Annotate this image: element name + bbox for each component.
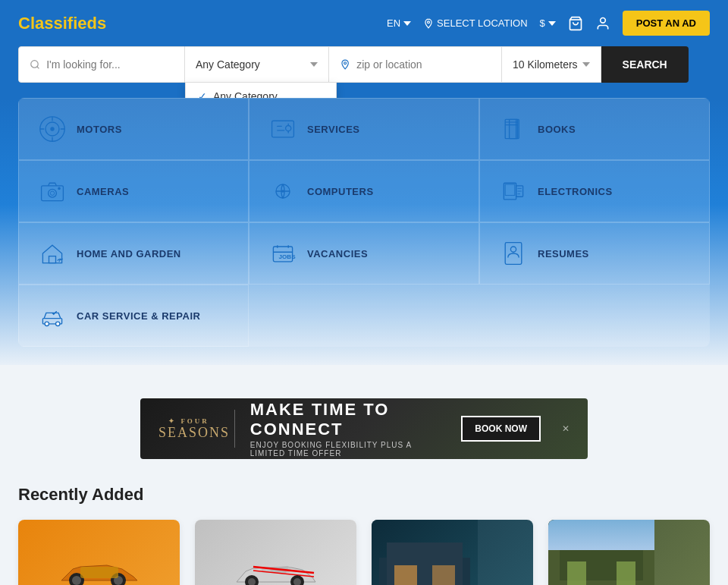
category-services[interactable]: SERVICES <box>249 98 479 160</box>
category-vacancies[interactable]: JOBS VACANCIES <box>249 222 479 285</box>
services-label: SERVICES <box>307 124 360 135</box>
svg-rect-52 <box>567 561 586 585</box>
svg-point-28 <box>45 322 49 326</box>
card-image-audi <box>18 520 180 585</box>
ad-close-button[interactable]: ✕ <box>562 423 570 434</box>
svg-point-18 <box>281 190 284 193</box>
resumes-label: RESUMES <box>538 248 589 259</box>
card-image-hanover: Flynax <box>372 520 533 585</box>
svg-point-26 <box>510 247 516 252</box>
listing-card-mustang[interactable]: Ford Mustang Shelby GT500 Convertible, 2… <box>195 520 356 585</box>
cameras-label: CAMERAS <box>77 186 129 197</box>
cards-grid: 2007 Audi A3 3.2 quattro Hatchback, 2007… <box>18 520 710 585</box>
cameras-icon <box>37 176 67 206</box>
category-select[interactable]: Any Category ✓Any Category Motors› Prope… <box>185 46 329 83</box>
card-image-mustang <box>195 520 356 585</box>
listing-card-duncan[interactable]: Flynax 2729 Duncan St 11 3 1 50 m <box>548 520 710 585</box>
category-cameras[interactable]: CAMERAS <box>18 160 249 222</box>
ad-subtext: ENJOY BOOKING FLEXIBILITY PLUS A LIMITED… <box>250 441 447 458</box>
svg-rect-44 <box>394 565 417 585</box>
svg-line-4 <box>37 67 39 69</box>
books-label: BOOKS <box>538 124 576 135</box>
vacancies-icon: JOBS <box>268 238 298 269</box>
motors-icon <box>37 114 67 144</box>
svg-point-16 <box>58 187 61 190</box>
category-computers[interactable]: COMPUTERS <box>249 160 479 222</box>
location-selector[interactable]: SELECT LOCATION <box>423 17 527 29</box>
svg-point-14 <box>49 189 57 197</box>
ad-banner: ✦ FOUR SEASONS MAKE TIME TO CONNECT ENJO… <box>140 398 588 459</box>
svg-point-15 <box>50 191 54 195</box>
recently-title: Recently Added <box>18 485 710 505</box>
home-label: HOME AND GARDEN <box>77 248 181 259</box>
cart-icon[interactable] <box>568 16 583 31</box>
search-input[interactable] <box>46 58 174 71</box>
km-selector[interactable]: 10 Kilometers <box>502 46 601 83</box>
logo[interactable]: Classifieds <box>18 14 106 33</box>
listing-card-hanover[interactable]: Flynax 1454 Hanover St 30 3 4 73 m <box>372 520 533 585</box>
computers-icon <box>268 176 298 206</box>
services-icon <box>268 114 298 144</box>
category-home[interactable]: HOME AND GARDEN <box>18 222 249 285</box>
electronics-icon <box>498 176 529 206</box>
svg-point-2 <box>600 17 605 23</box>
location-input[interactable] <box>356 58 491 71</box>
motors-label: MOTORS <box>77 124 122 135</box>
svg-rect-20 <box>505 184 515 195</box>
ad-book-button[interactable]: BOOK NOW <box>461 416 541 442</box>
electronics-label: ELECTRONICS <box>538 186 613 197</box>
post-ad-button[interactable]: POST AN AD <box>623 11 710 36</box>
svg-rect-12 <box>510 119 519 138</box>
svg-rect-53 <box>617 561 635 585</box>
svg-point-31 <box>72 576 81 585</box>
svg-rect-22 <box>49 256 56 263</box>
search-icon <box>30 58 40 71</box>
svg-text:JOBS: JOBS <box>279 253 297 260</box>
car-service-icon <box>37 300 67 331</box>
svg-point-10 <box>286 126 291 131</box>
currency-selector[interactable]: $ <box>540 17 556 29</box>
svg-rect-51 <box>548 520 654 550</box>
location-pin-icon <box>340 58 350 71</box>
svg-point-5 <box>344 62 347 64</box>
category-electronics[interactable]: ELECTRONICS <box>479 160 710 222</box>
books-icon <box>498 114 529 144</box>
language-selector[interactable]: EN <box>387 17 411 29</box>
home-icon <box>37 238 67 269</box>
ad-logo: ✦ FOUR SEASONS <box>158 417 219 441</box>
listing-card-audi[interactable]: 2007 Audi A3 3.2 quattro Hatchback, 2007… <box>18 520 180 585</box>
svg-rect-45 <box>432 565 455 585</box>
search-button[interactable]: SEARCH <box>601 46 689 83</box>
svg-point-29 <box>56 322 60 326</box>
user-icon[interactable] <box>595 16 610 31</box>
category-books[interactable]: BOOKS <box>479 98 710 160</box>
computers-label: COMPUTERS <box>307 186 374 197</box>
category-resumes[interactable]: RESUMES <box>479 222 710 285</box>
category-motors[interactable]: MOTORS <box>18 98 249 160</box>
category-car-service[interactable]: CAR SERVICE & REPAIR <box>18 285 249 347</box>
resumes-icon <box>498 238 529 269</box>
svg-rect-34 <box>80 567 118 578</box>
svg-point-8 <box>50 127 54 131</box>
vacancies-label: VACANCIES <box>307 248 368 259</box>
car-service-label: CAR SERVICE & REPAIR <box>77 310 200 322</box>
svg-rect-19 <box>504 183 516 200</box>
svg-point-3 <box>31 61 38 68</box>
svg-point-0 <box>428 20 430 23</box>
ad-headline: MAKE TIME TO CONNECT <box>250 400 447 439</box>
card-image-duncan: Flynax <box>548 520 710 585</box>
